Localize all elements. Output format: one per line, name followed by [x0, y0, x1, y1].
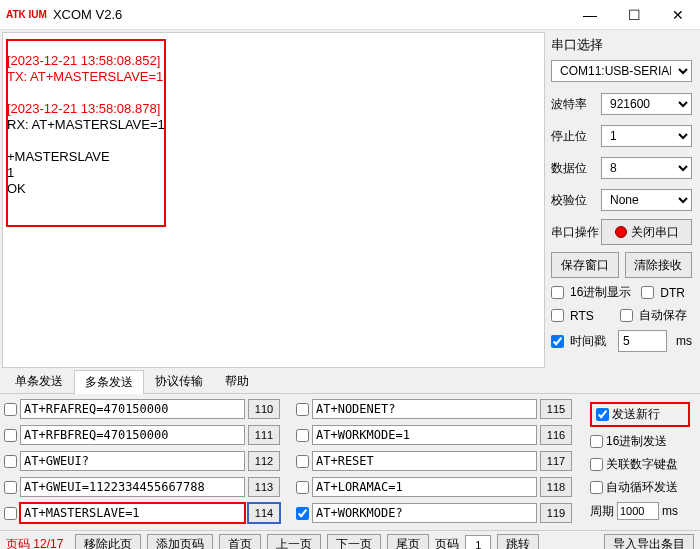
cycle-label: 周期 [590, 503, 614, 520]
timestamp-interval-input[interactable] [618, 330, 667, 352]
cmd-input-112[interactable] [20, 451, 245, 471]
console-resp1: +MASTERSLAVE [7, 149, 110, 164]
serial-settings-panel: 串口选择 COM11:USB-SERIAL CH34 波特率921600 停止位… [547, 30, 700, 370]
cmd-cb-111[interactable] [4, 429, 17, 442]
console-ok: OK [7, 181, 26, 196]
titlebar: ATK IUM XCOM V2.6 — ☐ ✕ [0, 0, 700, 30]
cmd-send-113[interactable]: 113 [248, 477, 280, 497]
baud-label: 波特率 [551, 96, 601, 113]
maximize-button[interactable]: ☐ [612, 0, 656, 30]
stopbit-label: 停止位 [551, 128, 601, 145]
serial-op-label: 串口操作 [551, 224, 601, 241]
numpad-checkbox[interactable] [590, 458, 603, 471]
databit-label: 数据位 [551, 160, 601, 177]
cmd-input-114[interactable] [20, 503, 245, 523]
hex-display-checkbox[interactable] [551, 286, 564, 299]
cmd-input-115[interactable] [312, 399, 537, 419]
cmd-send-118[interactable]: 118 [540, 477, 572, 497]
cmd-input-118[interactable] [312, 477, 537, 497]
tab-multi-send[interactable]: 多条发送 [74, 370, 144, 394]
cmd-column-left: 110 111 112 113 114 [4, 398, 294, 526]
minimize-button[interactable]: — [568, 0, 612, 30]
page-num-input[interactable] [465, 535, 491, 550]
cmd-input-116[interactable] [312, 425, 537, 445]
timestamp-checkbox[interactable] [551, 335, 564, 348]
console-rx-line: RX: AT+MASTERSLAVE=1 [7, 117, 165, 132]
port-section-label: 串口选择 [551, 36, 692, 54]
hex-send-checkbox[interactable] [590, 435, 603, 448]
cmd-cb-117[interactable] [296, 455, 309, 468]
cmd-send-117[interactable]: 117 [540, 451, 572, 471]
jump-button[interactable]: 跳转 [497, 534, 539, 550]
page-nav-bar: 页码 12/17 移除此页 添加页码 首页 上一页 下一页 尾页 页码 跳转 导… [0, 530, 700, 549]
tab-protocol[interactable]: 协议传输 [144, 369, 214, 393]
import-export-button[interactable]: 导入导出条目 [604, 534, 694, 550]
record-dot-icon [615, 226, 627, 238]
cmd-column-right: 115 116 117 118 119 [296, 398, 586, 526]
page-num-label: 页码 [435, 536, 459, 549]
console-ts-rx: [2023-12-21 13:58:08.878] [7, 101, 160, 116]
cmd-send-119[interactable]: 119 [540, 503, 572, 523]
cmd-input-119[interactable] [312, 503, 537, 523]
cmd-input-111[interactable] [20, 425, 245, 445]
clear-recv-button[interactable]: 清除接收 [625, 252, 693, 278]
cmd-cb-112[interactable] [4, 455, 17, 468]
cmd-send-114[interactable]: 114 [248, 503, 280, 523]
prev-page-button[interactable]: 上一页 [267, 534, 321, 550]
app-logo: ATK IUM [6, 10, 47, 19]
cmd-cb-118[interactable] [296, 481, 309, 494]
cmd-input-113[interactable] [20, 477, 245, 497]
next-page-button[interactable]: 下一页 [327, 534, 381, 550]
remove-page-button[interactable]: 移除此页 [75, 534, 141, 550]
port-select[interactable]: COM11:USB-SERIAL CH34 [551, 60, 692, 82]
console-ts-tx: [2023-12-21 13:58:08.852] [7, 53, 160, 68]
cycle-input[interactable] [617, 502, 659, 520]
cmd-cb-113[interactable] [4, 481, 17, 494]
serial-console: [2023-12-21 13:58:08.852] TX: AT+MASTERS… [2, 32, 545, 368]
dtr-checkbox[interactable] [641, 286, 654, 299]
cmd-send-115[interactable]: 115 [540, 399, 572, 419]
cmd-send-112[interactable]: 112 [248, 451, 280, 471]
tab-single-send[interactable]: 单条发送 [4, 369, 74, 393]
add-page-button[interactable]: 添加页码 [147, 534, 213, 550]
stopbit-select[interactable]: 1 [601, 125, 692, 147]
databit-select[interactable]: 8 [601, 157, 692, 179]
send-newline-checkbox[interactable] [596, 408, 609, 421]
first-page-button[interactable]: 首页 [219, 534, 261, 550]
page-info: 页码 12/17 [6, 536, 63, 549]
cmd-input-117[interactable] [312, 451, 537, 471]
save-window-button[interactable]: 保存窗口 [551, 252, 619, 278]
last-page-button[interactable]: 尾页 [387, 534, 429, 550]
parity-label: 校验位 [551, 192, 601, 209]
baud-select[interactable]: 921600 [601, 93, 692, 115]
console-tx-line: TX: AT+MASTERSLAVE=1 [7, 69, 163, 84]
close-port-button[interactable]: 关闭串口 [601, 219, 692, 245]
send-options-panel: 发送新行 16进制发送 关联数字键盘 自动循环发送 周期ms [588, 398, 696, 526]
cmd-cb-110[interactable] [4, 403, 17, 416]
autoloop-checkbox[interactable] [590, 481, 603, 494]
parity-select[interactable]: None [601, 189, 692, 211]
close-button[interactable]: ✕ [656, 0, 700, 30]
send-tabs: 单条发送 多条发送 协议传输 帮助 [0, 370, 700, 394]
tab-help[interactable]: 帮助 [214, 369, 260, 393]
cmd-send-111[interactable]: 111 [248, 425, 280, 445]
cmd-cb-116[interactable] [296, 429, 309, 442]
cmd-cb-115[interactable] [296, 403, 309, 416]
cmd-send-116[interactable]: 116 [540, 425, 572, 445]
rts-checkbox[interactable] [551, 309, 564, 322]
cmd-cb-119[interactable] [296, 507, 309, 520]
cmd-input-110[interactable] [20, 399, 245, 419]
cmd-send-110[interactable]: 110 [248, 399, 280, 419]
window-title: XCOM V2.6 [53, 7, 122, 22]
cmd-cb-114[interactable] [4, 507, 17, 520]
autosave-checkbox[interactable] [620, 309, 633, 322]
console-resp2: 1 [7, 165, 14, 180]
